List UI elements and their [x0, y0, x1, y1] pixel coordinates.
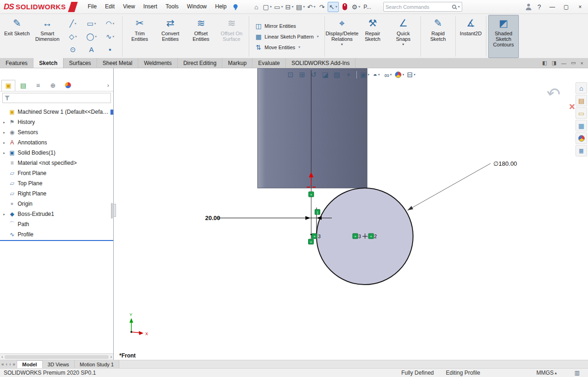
menu-file[interactable]: File: [84, 0, 101, 13]
solidworks-resources-icon[interactable]: ⌂: [575, 82, 587, 94]
view-orientation-icon[interactable]: ▣: [359, 70, 370, 80]
tree-item-origin[interactable]: ▸ ⌖ Origin: [0, 199, 113, 209]
menu-insert[interactable]: Insert: [139, 0, 162, 13]
dimxpert-manager-tab-icon[interactable]: ⊕: [46, 80, 60, 91]
circle-tool-icon[interactable]: ◯: [82, 30, 101, 43]
design-library-icon[interactable]: ▤: [575, 95, 587, 106]
search-icon[interactable]: [452, 5, 456, 9]
expand-arrow-icon[interactable]: ▸: [2, 120, 6, 124]
diameter-dimension-text[interactable]: ∅180.00: [493, 160, 517, 167]
tab-model[interactable]: Model: [17, 360, 43, 368]
panel-horizontal-scrollbar[interactable]: ‹ ›: [0, 353, 113, 360]
tree-item-path[interactable]: ▸ ⌒ Path: [0, 219, 113, 229]
relation-badge[interactable]: +: [309, 239, 314, 244]
distance-dimension-text[interactable]: 20.00: [205, 214, 220, 221]
tree-item-history[interactable]: ▸ ⚑ History: [0, 117, 113, 127]
window-minimize-icon[interactable]: —: [546, 2, 558, 12]
gesture-arrow-icon[interactable]: ↶: [545, 83, 562, 105]
pin-menu-icon[interactable]: [233, 4, 239, 10]
perimeter-circle-tool-icon[interactable]: ⊙: [64, 43, 82, 56]
text-tool-icon[interactable]: A: [82, 43, 101, 56]
next-tab-icon[interactable]: ›: [9, 362, 11, 367]
pane-right-icon[interactable]: ◨: [552, 60, 556, 66]
toolbar-overflow-label[interactable]: P...: [363, 4, 371, 10]
expand-arrow-icon[interactable]: ▸: [2, 141, 6, 145]
repair-sketch-button[interactable]: ⚒ Repair Sketch: [357, 15, 388, 58]
distance-dimension[interactable]: 20.00: [205, 208, 332, 234]
tab-solidworks-addins[interactable]: SOLIDWORKS Add-Ins: [286, 58, 355, 68]
new-document-icon[interactable]: ▢: [262, 2, 272, 12]
relation-badge[interactable]: +: [309, 192, 314, 197]
tree-item-top-plane[interactable]: ▸ ▱ Top Plane: [0, 178, 113, 188]
edit-appearance-icon[interactable]: [394, 70, 405, 80]
tree-item-right-plane[interactable]: ▸ ▱ Right Plane: [0, 188, 113, 199]
tab-direct-editing[interactable]: Direct Editing: [178, 58, 222, 68]
polygon-tool-icon[interactable]: ◇: [64, 30, 82, 43]
mouse-gestures-icon[interactable]: [342, 3, 347, 10]
display-style-icon[interactable]: ◓: [371, 70, 382, 80]
document-close-icon[interactable]: ×: [581, 60, 583, 66]
units-label[interactable]: MMGS: [536, 370, 554, 376]
redo-icon[interactable]: ↷: [317, 2, 327, 12]
view-settings-icon[interactable]: ⊟: [406, 70, 417, 80]
relation-badge[interactable]: |: [315, 209, 320, 214]
convert-entities-button[interactable]: ⇄ Convert Entities: [155, 15, 186, 58]
status-panel-icon[interactable]: ▥: [575, 370, 580, 376]
help-icon[interactable]: ?: [534, 2, 544, 12]
view-palette-icon[interactable]: ▦: [575, 120, 587, 131]
quick-snaps-button[interactable]: ∠ Quick Snaps: [388, 15, 419, 58]
mirror-entities-button[interactable]: ◫ Mirror Entities: [253, 22, 321, 30]
menu-window[interactable]: Window: [183, 0, 211, 13]
menu-help[interactable]: Help: [211, 0, 231, 13]
tab-3d-views[interactable]: 3D Views: [43, 360, 75, 368]
scroll-right-icon[interactable]: ›: [110, 354, 112, 359]
instant2d-button[interactable]: ∡ Instant2D: [458, 15, 484, 58]
shaded-sketch-contours-button[interactable]: ◩ Shaded Sketch Contours: [488, 15, 519, 58]
document-restore-icon[interactable]: ▭: [571, 60, 575, 66]
property-manager-tab-icon[interactable]: ▤: [16, 80, 30, 91]
trim-entities-button[interactable]: ✂ Trim Entities: [124, 15, 155, 58]
display-manager-tab-icon[interactable]: [61, 80, 75, 91]
feature-tree-tab-icon[interactable]: ▣: [1, 80, 15, 91]
graphics-area[interactable]: 20.00 ∅180.00 + |: [114, 68, 588, 360]
search-dropdown-caret[interactable]: [457, 5, 460, 9]
tree-item-material[interactable]: ▸ ≡ Material <not specified>: [0, 158, 113, 168]
tab-sheet-metal[interactable]: Sheet Metal: [97, 58, 138, 68]
undo-icon[interactable]: ↶: [306, 2, 317, 12]
scroll-left-icon[interactable]: ‹: [1, 354, 3, 359]
custom-properties-icon[interactable]: ≣: [575, 145, 587, 156]
tree-filter-input[interactable]: [12, 95, 109, 101]
save-icon[interactable]: ⊟: [284, 2, 295, 12]
zoom-to-area-icon[interactable]: ⊞: [297, 70, 308, 80]
menu-view[interactable]: View: [119, 0, 139, 13]
tab-motion-study-1[interactable]: Motion Study 1: [75, 360, 119, 368]
units-dropdown-caret[interactable]: ▴: [555, 370, 557, 375]
tree-item-sensors[interactable]: ▸ ◉ Sensors: [0, 127, 113, 137]
first-tab-icon[interactable]: «: [1, 362, 4, 367]
tree-root-item[interactable]: ▸ ▣ Machined Screw 1 (Default<<Default>_: [0, 107, 113, 117]
tree-item-solid-bodies[interactable]: ▸ ▣ Solid Bodies(1): [0, 148, 113, 158]
exit-sketch-button[interactable]: ✎ Exit Sketch: [2, 15, 32, 58]
select-cursor-icon[interactable]: ↖: [328, 2, 339, 12]
previous-view-icon[interactable]: ↺: [308, 70, 319, 80]
relation-badge[interactable]: + 3: [312, 234, 321, 239]
tab-markup[interactable]: Markup: [222, 58, 252, 68]
gesture-cancel-icon[interactable]: ×: [569, 101, 575, 113]
options-gear-icon[interactable]: ⚙: [351, 2, 362, 12]
document-minimize-icon[interactable]: —: [561, 60, 566, 66]
home-icon[interactable]: ⌂: [251, 2, 261, 12]
boss-extrude-body[interactable]: [258, 68, 367, 188]
search-input[interactable]: [386, 4, 451, 10]
arc-tool-icon[interactable]: ◠: [101, 17, 119, 30]
line-tool-icon[interactable]: ╱: [64, 17, 82, 30]
rapid-sketch-button[interactable]: ✎ Rapid Sketch: [423, 15, 453, 58]
tab-sketch[interactable]: Sketch: [33, 58, 63, 68]
configuration-manager-tab-icon[interactable]: ≡: [31, 80, 45, 91]
model-viewport[interactable]: 20.00 ∅180.00 + |: [114, 68, 588, 360]
expand-arrow-icon[interactable]: ▸: [2, 212, 6, 216]
relation-badge[interactable]: + 3: [353, 234, 361, 239]
hide-show-items-icon[interactable]: ∞: [382, 70, 394, 80]
relation-badge[interactable]: + 2: [368, 234, 377, 239]
linear-sketch-pattern-button[interactable]: ▦ Linear Sketch Pattern: [253, 32, 321, 41]
tab-evaluate[interactable]: Evaluate: [252, 58, 286, 68]
